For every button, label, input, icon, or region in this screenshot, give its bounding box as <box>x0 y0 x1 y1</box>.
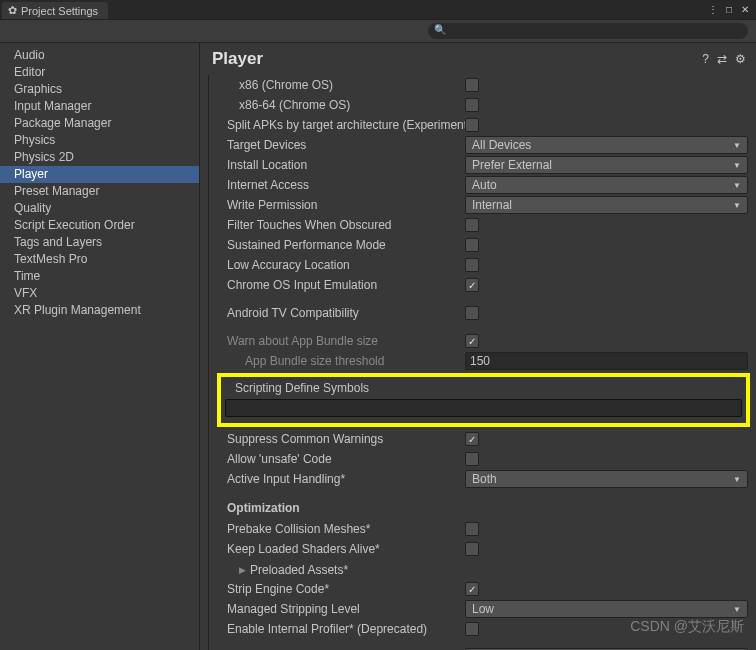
label-x86-64: x86-64 (Chrome OS) <box>209 98 465 112</box>
label-filter-touches: Filter Touches When Obscured <box>209 218 465 232</box>
checkbox-keep-shaders[interactable] <box>465 542 479 556</box>
triangle-right-icon: ▶ <box>239 565 246 575</box>
label-chrome-input: Chrome OS Input Emulation <box>209 278 465 292</box>
label-install-location: Install Location <box>209 158 465 172</box>
label-strip-engine: Strip Engine Code* <box>209 582 465 596</box>
sidebar: AudioEditorGraphicsInput ManagerPackage … <box>0 43 200 650</box>
input-bundle-threshold[interactable] <box>465 352 748 370</box>
checkbox-enable-profiler[interactable] <box>465 622 479 636</box>
label-active-input: Active Input Handling* <box>209 472 465 486</box>
tab-project-settings[interactable]: ✿ Project Settings <box>2 2 108 19</box>
checkbox-filter-touches[interactable] <box>465 218 479 232</box>
label-x86: x86 (Chrome OS) <box>209 78 465 92</box>
chevron-down-icon: ▼ <box>733 141 741 150</box>
label-split-apks: Split APKs by target architecture (Exper… <box>209 118 465 132</box>
sidebar-item-time[interactable]: Time <box>0 268 199 285</box>
sidebar-item-graphics[interactable]: Graphics <box>0 81 199 98</box>
chevron-down-icon: ▼ <box>733 181 741 190</box>
close-icon[interactable]: ✕ <box>738 2 752 16</box>
help-icon[interactable]: ? <box>702 52 709 66</box>
chevron-down-icon: ▼ <box>733 161 741 170</box>
dropdown-target-devices[interactable]: All Devices▼ <box>465 136 748 154</box>
dropdown-active-input[interactable]: Both▼ <box>465 470 748 488</box>
tab-label: Project Settings <box>21 5 98 17</box>
checkbox-low-accuracy[interactable] <box>465 258 479 272</box>
sidebar-item-package-manager[interactable]: Package Manager <box>0 115 199 132</box>
dropdown-internet-access[interactable]: Auto▼ <box>465 176 748 194</box>
label-write-permission: Write Permission <box>209 198 465 212</box>
sidebar-item-physics-2d[interactable]: Physics 2D <box>0 149 199 166</box>
checkbox-split-apks[interactable] <box>465 118 479 132</box>
sidebar-item-quality[interactable]: Quality <box>0 200 199 217</box>
checkbox-sustained-perf[interactable] <box>465 238 479 252</box>
dropdown-install-location[interactable]: Prefer External▼ <box>465 156 748 174</box>
watermark: CSDN @艾沃尼斯 <box>630 618 744 636</box>
menu-icon[interactable]: ⋮ <box>706 2 720 16</box>
sidebar-item-vfx[interactable]: VFX <box>0 285 199 302</box>
dropdown-managed-strip[interactable]: Low▼ <box>465 600 748 618</box>
checkbox-warn-bundle[interactable]: ✓ <box>465 334 479 348</box>
sidebar-item-preset-manager[interactable]: Preset Manager <box>0 183 199 200</box>
sidebar-item-xr-plugin-management[interactable]: XR Plugin Management <box>0 302 199 319</box>
sidebar-item-player[interactable]: Player <box>0 166 199 183</box>
section-optimization: Optimization <box>209 489 756 519</box>
preset-icon[interactable]: ⇄ <box>717 52 727 66</box>
checkbox-prebake[interactable] <box>465 522 479 536</box>
label-preloaded-assets[interactable]: ▶Preloaded Assets* <box>209 562 465 577</box>
label-warn-bundle: Warn about App Bundle size <box>209 334 465 348</box>
label-internet-access: Internet Access <box>209 178 465 192</box>
input-scripting-defines[interactable] <box>225 399 742 417</box>
label-suppress-warnings: Suppress Common Warnings <box>209 432 465 446</box>
dropdown-write-permission[interactable]: Internal▼ <box>465 196 748 214</box>
chevron-down-icon: ▼ <box>733 605 741 614</box>
checkbox-x86[interactable] <box>465 78 479 92</box>
label-bundle-threshold: App Bundle size threshold <box>209 354 465 368</box>
sidebar-item-physics[interactable]: Physics <box>0 132 199 149</box>
checkbox-chrome-input[interactable]: ✓ <box>465 278 479 292</box>
page-title: Player <box>212 49 263 69</box>
label-low-accuracy: Low Accuracy Location <box>209 258 465 272</box>
sidebar-item-textmesh-pro[interactable]: TextMesh Pro <box>0 251 199 268</box>
tab-bar: ✿ Project Settings <box>0 0 756 20</box>
chevron-down-icon: ▼ <box>733 475 741 484</box>
label-target-devices: Target Devices <box>209 138 465 152</box>
sidebar-item-script-execution-order[interactable]: Script Execution Order <box>0 217 199 234</box>
sidebar-item-input-manager[interactable]: Input Manager <box>0 98 199 115</box>
highlight-scripting-defines: Scripting Define Symbols <box>217 373 750 427</box>
label-scripting-defines: Scripting Define Symbols <box>225 381 742 395</box>
search-icon: 🔍 <box>434 24 446 35</box>
checkbox-allow-unsafe[interactable] <box>465 452 479 466</box>
label-keep-shaders: Keep Loaded Shaders Alive* <box>209 542 465 556</box>
checkbox-x86-64[interactable] <box>465 98 479 112</box>
chevron-down-icon: ▼ <box>733 201 741 210</box>
label-managed-strip: Managed Stripping Level <box>209 602 465 616</box>
checkbox-android-tv[interactable] <box>465 306 479 320</box>
label-prebake: Prebake Collision Meshes* <box>209 522 465 536</box>
search-input[interactable] <box>428 23 748 39</box>
settings-gear-icon[interactable]: ⚙ <box>735 52 746 66</box>
checkbox-strip-engine[interactable]: ✓ <box>465 582 479 596</box>
sidebar-item-audio[interactable]: Audio <box>0 47 199 64</box>
gear-icon: ✿ <box>8 4 17 17</box>
label-allow-unsafe: Allow 'unsafe' Code <box>209 452 465 466</box>
label-enable-profiler: Enable Internal Profiler* (Deprecated) <box>209 622 465 636</box>
sidebar-item-editor[interactable]: Editor <box>0 64 199 81</box>
label-sustained-perf: Sustained Performance Mode <box>209 238 465 252</box>
sidebar-item-tags-and-layers[interactable]: Tags and Layers <box>0 234 199 251</box>
checkbox-suppress-warnings[interactable]: ✓ <box>465 432 479 446</box>
label-android-tv: Android TV Compatibility <box>209 306 465 320</box>
content-panel: Player ? ⇄ ⚙ x86 (Chrome OS) x86-64 (Chr… <box>200 43 756 650</box>
search-bar: 🔍 <box>0 20 756 43</box>
maximize-icon[interactable]: □ <box>722 2 736 16</box>
